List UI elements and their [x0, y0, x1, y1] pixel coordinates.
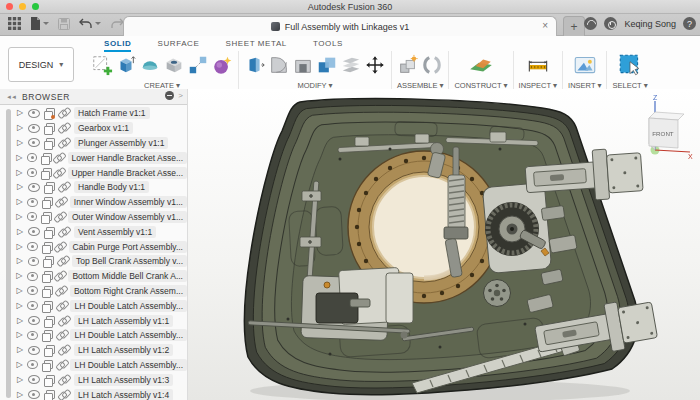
fillet-icon[interactable] [268, 54, 290, 76]
measure-icon[interactable] [525, 52, 551, 78]
browser-item[interactable]: ▷Lower Handle Bracket Asse... [16, 150, 187, 165]
visibility-eye-icon[interactable] [27, 301, 38, 310]
expand-arrow-icon[interactable]: ▷ [16, 109, 24, 117]
browser-item[interactable]: ▷Top Bell Crank Assembly v... [16, 254, 187, 269]
panel-flyout-icon[interactable]: > [178, 91, 183, 100]
browser-item[interactable]: ▷LH Double Latch Assembly... [16, 328, 187, 343]
extensions-icon[interactable] [584, 17, 597, 30]
visibility-eye-icon[interactable] [28, 257, 39, 266]
expand-arrow-icon[interactable]: ▷ [16, 169, 23, 177]
revolve-icon[interactable] [139, 54, 161, 76]
create-sketch-icon[interactable] [91, 54, 113, 76]
browser-item[interactable]: ▷LH Latch Assembly v1:3 [16, 372, 187, 387]
new-tab-button[interactable]: + [563, 16, 585, 36]
visibility-eye-icon[interactable] [27, 331, 38, 340]
construct-plane-icon[interactable] [468, 52, 494, 78]
browser-item[interactable]: ▷LH Double Latch Assembly... [16, 298, 187, 313]
combine-icon[interactable] [316, 54, 338, 76]
hole-icon[interactable] [163, 54, 185, 76]
document-tab[interactable]: Full Assembly with Linkages v1 × [123, 16, 557, 36]
expand-arrow-icon[interactable]: ▷ [16, 391, 24, 399]
save-icon[interactable] [58, 18, 70, 30]
expand-arrow-icon[interactable]: ▷ [16, 346, 24, 354]
link-icon [58, 345, 70, 355]
new-component-icon[interactable] [397, 54, 419, 76]
browser-item[interactable]: ▷Outer Window Assembly v1... [16, 210, 187, 225]
browser-item[interactable]: ▷Inner Window Assembly v1... [16, 195, 187, 210]
undo-icon[interactable] [79, 18, 101, 29]
visibility-eye-icon[interactable] [27, 153, 37, 162]
press-pull-icon[interactable] [244, 54, 266, 76]
link-icon [55, 197, 66, 207]
visibility-eye-icon[interactable] [27, 272, 38, 281]
browser-options-icon[interactable] [165, 91, 174, 100]
offset-face-icon[interactable] [340, 54, 362, 76]
expand-arrow-icon[interactable]: ▷ [16, 317, 24, 325]
expand-arrow-icon[interactable]: ▷ [16, 139, 24, 147]
data-panel-grid-icon[interactable] [8, 17, 21, 30]
visibility-eye-icon[interactable] [27, 360, 38, 369]
browser-item[interactable]: ▷Hatch Frame v1:1 [16, 106, 187, 121]
expand-arrow-icon[interactable]: ▷ [16, 361, 23, 369]
insert-image-icon[interactable] [572, 52, 598, 78]
browser-item[interactable]: ▷LH Latch Assembly v1:2 [16, 343, 187, 358]
move-icon[interactable] [364, 54, 386, 76]
browser-item[interactable]: ▷Vent Assembly v1:1 [16, 224, 187, 239]
help-icon[interactable]: ? [683, 17, 696, 30]
expand-arrow-icon[interactable]: ▷ [16, 331, 23, 339]
browser-item[interactable]: ▷Bottom Right Crank Assem... [16, 284, 187, 299]
browser-item[interactable]: ▷Upper Handle Bracket Asse... [16, 165, 187, 180]
component-icon [43, 256, 52, 266]
expand-arrow-icon[interactable]: ▷ [16, 257, 24, 265]
visibility-eye-icon[interactable] [27, 198, 38, 207]
browser-item[interactable]: ▷Plunger Assembly v1:1 [16, 136, 187, 151]
expand-arrow-icon[interactable]: ▷ [16, 228, 24, 236]
browser-item[interactable]: ▷LH Double Latch Assembly... [16, 358, 187, 373]
create-form-icon[interactable] [211, 54, 233, 76]
collapse-panel-icon[interactable]: ◄◄ [6, 94, 16, 100]
expand-arrow-icon[interactable]: ▷ [16, 287, 23, 295]
visibility-eye-icon[interactable] [27, 168, 37, 177]
expand-arrow-icon[interactable]: ▷ [16, 302, 23, 310]
browser-item[interactable]: ▷LH Latch Assembly v1:4 [16, 387, 187, 400]
job-status-icon[interactable] [604, 17, 617, 30]
visibility-eye-icon[interactable] [28, 124, 40, 133]
visibility-eye-icon[interactable] [28, 346, 40, 355]
browser-scrollbar[interactable] [6, 109, 11, 398]
expand-arrow-icon[interactable]: ▷ [16, 213, 23, 221]
joint-icon[interactable] [421, 54, 443, 76]
expand-arrow-icon[interactable]: ▷ [16, 183, 24, 191]
visibility-eye-icon[interactable] [28, 138, 40, 147]
expand-arrow-icon[interactable]: ▷ [16, 243, 23, 251]
browser-item[interactable]: ▷Gearbox v1:1 [16, 121, 187, 136]
viewcube[interactable]: Z X FRONT [632, 93, 694, 161]
expand-arrow-icon[interactable]: ▷ [16, 198, 23, 206]
derive-icon[interactable] [187, 54, 209, 76]
shell-icon[interactable] [292, 54, 314, 76]
browser-item[interactable]: ▷Cabin Purge Port Assembly... [16, 239, 187, 254]
close-tab-icon[interactable]: × [542, 20, 548, 31]
visibility-eye-icon[interactable] [28, 375, 40, 384]
visibility-eye-icon[interactable] [27, 242, 38, 251]
visibility-eye-icon[interactable] [28, 109, 40, 118]
expand-arrow-icon[interactable]: ▷ [16, 272, 23, 280]
expand-arrow-icon[interactable]: ▷ [16, 124, 24, 132]
browser-item[interactable]: ▷Bottom Middle Bell Crank A... [16, 269, 187, 284]
user-account-name[interactable]: Keqing Song [624, 19, 676, 29]
viewcube-front-face[interactable]: FRONT [652, 130, 674, 137]
extrude-icon[interactable] [115, 54, 137, 76]
file-menu-icon[interactable] [30, 17, 49, 30]
browser-item[interactable]: ▷Handle Body v1:1 [16, 180, 187, 195]
visibility-eye-icon[interactable] [28, 390, 40, 399]
visibility-eye-icon[interactable] [27, 286, 38, 295]
workspace-selector[interactable]: DESIGN [8, 47, 74, 82]
expand-arrow-icon[interactable]: ▷ [16, 154, 23, 162]
visibility-eye-icon[interactable] [27, 212, 38, 221]
hatch-assembly-model[interactable] [190, 89, 700, 400]
expand-arrow-icon[interactable]: ▷ [16, 376, 24, 384]
visibility-eye-icon[interactable] [28, 183, 40, 192]
visibility-eye-icon[interactable] [28, 227, 40, 236]
visibility-eye-icon[interactable] [28, 316, 40, 325]
browser-item[interactable]: ▷LH Latch Assembly v1:1 [16, 313, 187, 328]
select-icon[interactable] [617, 52, 643, 78]
